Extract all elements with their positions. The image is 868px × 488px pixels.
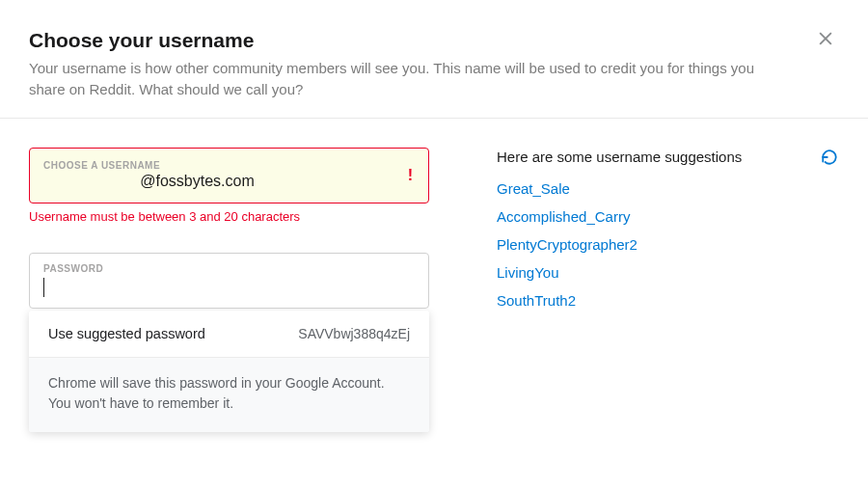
signup-dialog: Choose your username Your username is ho… bbox=[0, 0, 868, 451]
refresh-icon bbox=[821, 149, 838, 166]
password-suggestion-popup: Use suggested password SAVVbwj388q4zEj C… bbox=[29, 311, 429, 432]
suggestions-column: Here are some username suggestions Great… bbox=[497, 148, 839, 432]
username-input[interactable]: CHOOSE A USERNAME @fossbytes.com ! bbox=[29, 148, 429, 203]
password-value bbox=[43, 278, 415, 297]
suggestions-header: Here are some username suggestions bbox=[497, 148, 839, 167]
suggestion-item[interactable]: Accomplished_Carry bbox=[497, 208, 839, 225]
suggestion-item[interactable]: LivingYou bbox=[497, 264, 839, 281]
username-label: CHOOSE A USERNAME bbox=[43, 160, 390, 171]
content-area: CHOOSE A USERNAME @fossbytes.com ! Usern… bbox=[29, 148, 839, 432]
suggestion-item[interactable]: Great_Sale bbox=[497, 180, 839, 197]
suggestions-list: Great_Sale Accomplished_Carry PlentyCryp… bbox=[497, 180, 839, 309]
refresh-suggestions-button[interactable] bbox=[820, 148, 839, 167]
error-icon: ! bbox=[408, 167, 413, 184]
close-button[interactable] bbox=[812, 25, 839, 52]
username-error-message: Username must be between 3 and 20 charac… bbox=[29, 209, 429, 224]
password-label: PASSWORD bbox=[43, 263, 415, 274]
password-save-note: Chrome will save this password in your G… bbox=[29, 357, 429, 432]
suggested-password-value: SAVVbwj388q4zEj bbox=[298, 326, 410, 341]
form-column: CHOOSE A USERNAME @fossbytes.com ! Usern… bbox=[29, 148, 429, 432]
dialog-header: Choose your username Your username is ho… bbox=[29, 29, 839, 100]
use-suggested-password-button[interactable]: Use suggested password SAVVbwj388q4zEj bbox=[29, 311, 429, 357]
username-value: @fossbytes.com bbox=[43, 173, 390, 190]
suggestion-item[interactable]: SouthTruth2 bbox=[497, 292, 839, 309]
divider bbox=[0, 118, 868, 119]
close-icon bbox=[816, 29, 835, 48]
page-subtitle: Your username is how other community mem… bbox=[29, 58, 762, 100]
suggest-action-label: Use suggested password bbox=[48, 326, 205, 341]
suggestion-item[interactable]: PlentyCryptographer2 bbox=[497, 236, 839, 253]
password-input[interactable]: PASSWORD bbox=[29, 253, 429, 309]
page-title: Choose your username bbox=[29, 29, 839, 52]
suggestions-heading: Here are some username suggestions bbox=[497, 149, 742, 165]
username-field-wrap: CHOOSE A USERNAME @fossbytes.com ! bbox=[29, 148, 429, 203]
